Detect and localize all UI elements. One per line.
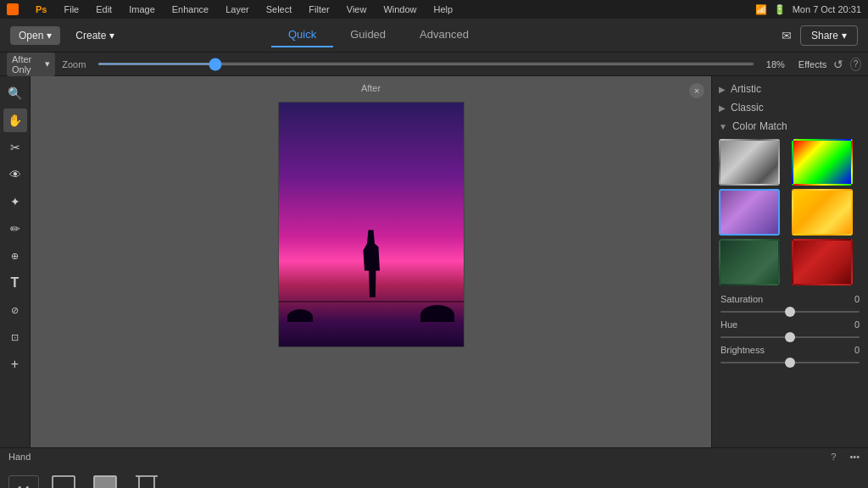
clone-tool[interactable]: ⊕ <box>3 244 27 268</box>
effect-thumb-yellow[interactable] <box>792 189 853 236</box>
tab-quick[interactable]: Quick <box>271 23 333 47</box>
menu-layer[interactable]: Layer <box>222 3 253 16</box>
tab-advanced[interactable]: Advanced <box>403 23 486 47</box>
open-chevron-icon: ▾ <box>47 30 52 42</box>
saturation-thumb[interactable] <box>785 307 795 317</box>
brush-tool[interactable]: ✏ <box>3 217 27 241</box>
brightness-slider-container <box>721 362 860 363</box>
brightness-row: Brightness 0 <box>721 345 860 355</box>
tab-guided[interactable]: Guided <box>333 23 403 47</box>
add-tool[interactable]: + <box>3 352 27 376</box>
menu-bar: Ps File Edit Image Enhance Layer Select … <box>0 0 868 19</box>
zoom-label: Zoom <box>62 59 86 69</box>
app-icon <box>7 3 19 15</box>
hue-row: Hue 0 <box>721 319 860 330</box>
menu-right: 📶 🔋 Mon 7 Oct 20:31 <box>755 4 861 15</box>
text-tool[interactable]: T <box>3 271 27 295</box>
brightness-track <box>721 362 860 363</box>
canvas-area: After × <box>31 76 711 447</box>
photo-canvas <box>279 103 464 347</box>
effect-thumb-bw[interactable] <box>719 139 780 186</box>
wifi-icon: 📶 <box>755 4 767 15</box>
share-button[interactable]: Share ▾ <box>800 25 858 46</box>
svg-rect-1 <box>94 476 116 489</box>
left-buttons: Open ▾ Create ▾ <box>10 26 123 45</box>
svg-rect-2 <box>139 476 154 489</box>
effect-thumb-vivid[interactable] <box>792 139 853 186</box>
reset-button[interactable]: ↺ <box>833 58 843 71</box>
help-button[interactable]: ? <box>850 58 861 71</box>
canvas-close-button[interactable]: × <box>689 83 704 98</box>
plant-right <box>420 305 454 322</box>
tool-options-bar: Hand ? ••• 1:1 Fit Screen Fill Screen <box>0 447 868 488</box>
quick-select-tool[interactable]: ✂ <box>3 136 27 159</box>
saturation-value: 0 <box>843 294 860 304</box>
effect-thumb-red[interactable] <box>792 239 853 286</box>
menu-image[interactable]: Image <box>125 3 159 16</box>
mode-tabs: Quick Guided Advanced <box>271 23 486 47</box>
svg-rect-0 <box>53 476 75 489</box>
create-label: Create <box>75 30 106 42</box>
mail-icon[interactable]: ✉ <box>782 29 792 42</box>
left-tool-panel: 🔍 ✋ ✂ 👁 ✦ ✏ ⊕ T ⊘ ⊡ + <box>0 76 31 447</box>
ground-line <box>279 301 464 302</box>
create-button[interactable]: Create ▾ <box>67 26 123 45</box>
help-icon[interactable]: ? <box>831 452 836 462</box>
classic-label: Classic <box>731 102 764 114</box>
hue-track <box>721 336 860 338</box>
more-icon[interactable]: ••• <box>849 452 860 462</box>
menu-view[interactable]: View <box>343 3 370 16</box>
menu-file[interactable]: File <box>60 3 82 16</box>
top-toolbar: Open ▾ Create ▾ Quick Guided Advanced ✉ … <box>0 19 868 53</box>
transform-tool[interactable]: ⊡ <box>3 325 27 349</box>
tool-name-row: Hand ? ••• <box>0 448 868 465</box>
effect-thumb-purple[interactable] <box>719 189 780 236</box>
battery-icon: 🔋 <box>774 4 786 15</box>
share-chevron-icon: ▾ <box>842 30 847 42</box>
fill-screen-container[interactable]: Fill Screen <box>87 474 124 489</box>
brightness-thumb[interactable] <box>785 358 795 368</box>
zoom-slider[interactable] <box>97 63 754 65</box>
classic-section-header[interactable]: ▶ Classic <box>712 98 868 117</box>
print-size-icon <box>134 474 159 489</box>
sliders-section: Saturation 0 Hue 0 Brightness 0 <box>712 289 868 375</box>
open-button[interactable]: Open ▾ <box>10 26 60 45</box>
color-match-label: Color Match <box>732 120 787 132</box>
menu-enhance[interactable]: Enhance <box>169 3 212 16</box>
saturation-label: Saturation <box>721 294 843 304</box>
secondary-toolbar: After Only ▾ Zoom 18% Effects ↺ ? <box>0 53 868 76</box>
menu-filter[interactable]: Filter <box>305 3 332 16</box>
hue-value: 0 <box>843 319 860 330</box>
adjustment-tool[interactable]: ⊘ <box>3 298 27 322</box>
saturation-slider-container <box>721 311 860 313</box>
main-layout: 🔍 ✋ ✂ 👁 ✦ ✏ ⊕ T ⊘ ⊡ + After × <box>0 76 868 447</box>
tool-name-label: Hand <box>8 452 31 462</box>
hue-thumb[interactable] <box>785 332 795 342</box>
red-eye-tool[interactable]: 👁 <box>3 163 27 186</box>
menu-edit[interactable]: Edit <box>92 3 115 16</box>
menu-select[interactable]: Select <box>263 3 296 16</box>
share-label: Share <box>811 30 838 42</box>
photo-silhouette <box>359 230 384 297</box>
brightness-value: 0 <box>843 345 860 355</box>
right-actions: ✉ Share ▾ <box>782 25 858 46</box>
menu-help[interactable]: Help <box>431 3 457 16</box>
hue-label: Hue <box>721 319 843 330</box>
zoom-tool[interactable]: 🔍 <box>3 81 27 105</box>
color-match-section-header[interactable]: ▼ Color Match <box>712 117 868 136</box>
view-select[interactable]: After Only ▾ <box>7 53 55 76</box>
menu-adobe[interactable]: Ps <box>32 3 50 16</box>
canvas-after-label: After <box>361 83 381 93</box>
view-1-1-button[interactable]: 1:1 <box>8 475 39 489</box>
artistic-section-header[interactable]: ▶ Artistic <box>712 80 868 98</box>
fit-screen-container[interactable]: Fit Screen <box>46 474 81 489</box>
print-size-container[interactable]: Print Size <box>131 474 164 489</box>
hand-tool[interactable]: ✋ <box>3 108 27 132</box>
whiten-tool[interactable]: ✦ <box>3 190 27 214</box>
saturation-track <box>721 311 860 313</box>
fit-screen-icon <box>51 474 76 489</box>
view-chevron-icon: ▾ <box>45 58 50 69</box>
effect-thumb-green[interactable] <box>719 239 780 286</box>
menu-window[interactable]: Window <box>380 3 420 16</box>
tool-buttons-row: 1:1 Fit Screen Fill Screen Print <box>0 465 868 488</box>
